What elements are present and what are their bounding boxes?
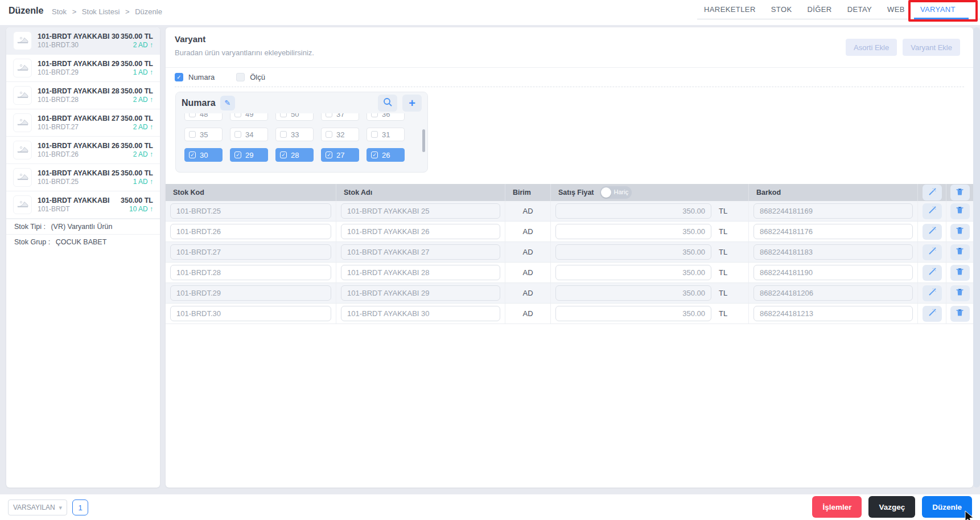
variant-name: 101-BRDT AYAKKABI 26 [38, 141, 121, 150]
delete-row-button[interactable] [950, 244, 970, 260]
size-chip-31[interactable]: 31 [367, 128, 405, 141]
fiyat-input[interactable] [555, 306, 711, 321]
stok-adi-input[interactable] [341, 244, 500, 260]
stok-kod-input[interactable] [170, 244, 331, 260]
olcu-checkbox-option[interactable]: Ölçü [236, 73, 265, 81]
magic-wand-row-button[interactable] [923, 306, 942, 322]
vazgec-button[interactable]: Vazgeç [868, 496, 915, 518]
tab-hareketler[interactable]: HAREKETLER [704, 5, 756, 14]
tab-diger[interactable]: DİĞER [807, 5, 831, 14]
breadcrumb-item-stok[interactable]: Stok [52, 7, 67, 16]
size-chip-26-selected[interactable]: ✓26 [367, 148, 405, 162]
magic-wand-row-button[interactable] [923, 203, 942, 219]
islemler-button[interactable]: İşlemler [812, 496, 862, 518]
col-header-generate [918, 184, 946, 201]
size-chip-34[interactable]: 34 [230, 128, 268, 141]
breadcrumb-item-stok-listesi[interactable]: Stok Listesi [82, 7, 120, 16]
fiyat-input[interactable] [555, 285, 711, 301]
sidebar-variant-row[interactable]: 101-BRDT AYAKKABI 26 101-BRDT.26 350.00 … [6, 137, 160, 164]
sidebar-variant-row[interactable]: 101-BRDT AYAKKABI 29 101-BRDT.29 350.00 … [6, 55, 160, 82]
sidebar-variant-row[interactable]: 101-BRDT AYAKKABI 25 101-BRDT.25 350.00 … [6, 164, 160, 191]
delete-header-button[interactable] [950, 185, 970, 200]
add-size-button[interactable]: + [402, 95, 422, 112]
magic-wand-row-button[interactable] [923, 224, 942, 240]
size-chip-33[interactable]: 33 [275, 128, 314, 141]
magic-wand-icon [928, 226, 937, 237]
up-arrow-icon: ↑ [150, 68, 153, 76]
delete-row-button[interactable] [950, 306, 970, 322]
stok-kod-input[interactable] [170, 224, 331, 239]
size-chip-37[interactable]: 37 [321, 113, 359, 121]
fiyat-input[interactable] [555, 224, 711, 239]
stok-adi-input[interactable] [341, 265, 500, 280]
col-header-delete [946, 184, 973, 201]
size-chip-32[interactable]: 32 [321, 128, 359, 141]
varyant-ekle-button[interactable]: Varyant Ekle [903, 39, 960, 56]
numara-checkbox-option[interactable]: ✓ Numara [175, 73, 215, 81]
size-chip-49[interactable]: 49 [230, 113, 268, 121]
sidebar-variant-row[interactable]: 101-BRDT AYAKKABI 28 101-BRDT.28 350.00 … [6, 82, 160, 109]
barkod-input[interactable] [753, 285, 913, 301]
size-chip-28-selected[interactable]: ✓28 [275, 148, 314, 162]
magic-wand-row-button[interactable] [923, 265, 942, 281]
vertical-scrollbar[interactable] [973, 27, 980, 488]
fiyat-input[interactable] [555, 244, 711, 260]
size-chip-48[interactable]: 48 [184, 113, 223, 121]
magic-wand-row-button[interactable] [923, 244, 942, 260]
tab-detay[interactable]: DETAY [847, 5, 872, 14]
sidebar-variant-row[interactable]: 101-BRDT AYAKKABI 30 101-BRDT.30 350.00 … [6, 27, 160, 55]
size-chip-50[interactable]: 50 [275, 113, 314, 121]
size-chip-30-selected[interactable]: ✓30 [184, 148, 223, 162]
edit-size-group-button[interactable]: ✎ [220, 96, 235, 110]
delete-row-button[interactable] [950, 265, 970, 281]
delete-row-button[interactable] [950, 285, 970, 301]
size-chip-29-selected[interactable]: ✓29 [230, 148, 268, 162]
tab-web[interactable]: WEB [887, 5, 905, 14]
stok-adi-input[interactable] [341, 203, 500, 219]
col-header-stok-kod: Stok Kod [166, 184, 336, 201]
sidebar-variant-row[interactable]: 101-BRDT AYAKKABI 27 101-BRDT.27 350.00 … [6, 109, 160, 137]
magic-wand-header-button[interactable] [923, 185, 942, 200]
tab-stok[interactable]: STOK [771, 5, 792, 14]
variant-panel-header: Varyant Buradan ürün varyantlarını ekley… [166, 27, 973, 68]
delete-row-button[interactable] [950, 224, 970, 240]
breadcrumb-item-duzenle: Düzenle [135, 7, 162, 16]
product-thumbnail [13, 168, 32, 187]
warehouse-select[interactable]: VARSAYILAN ▾ [8, 499, 67, 515]
stok-adi-input[interactable] [341, 285, 500, 301]
stok-kod-input[interactable] [170, 285, 331, 301]
stok-kod-input[interactable] [170, 265, 331, 280]
delete-row-button[interactable] [950, 203, 970, 219]
checkbox-unchecked-icon[interactable] [236, 73, 245, 81]
barkod-input[interactable] [753, 306, 913, 321]
stok-kod-input[interactable] [170, 203, 331, 219]
barkod-input[interactable] [753, 203, 913, 219]
stok-kod-input[interactable] [170, 306, 331, 321]
asorti-ekle-button[interactable]: Asorti Ekle [846, 39, 897, 56]
size-chip-36[interactable]: 36 [367, 113, 405, 121]
search-size-button[interactable] [378, 95, 397, 112]
barkod-input[interactable] [753, 265, 913, 280]
magic-wand-icon [928, 206, 937, 216]
stok-adi-input[interactable] [341, 306, 500, 321]
size-chip-35[interactable]: 35 [184, 128, 223, 141]
size-chip-27-selected[interactable]: ✓27 [321, 148, 359, 162]
size-grid-scrollbar[interactable] [422, 129, 425, 152]
breadcrumb-separator: > [125, 7, 130, 16]
up-arrow-icon: ↑ [150, 205, 153, 213]
checkbox-checked-icon[interactable]: ✓ [175, 73, 183, 81]
stok-adi-input[interactable] [341, 224, 500, 239]
shoe-icon [16, 142, 30, 158]
page-number-button[interactable]: 1 [72, 499, 88, 515]
shoe-icon [16, 88, 30, 104]
haric-toggle[interactable]: Hariç [600, 186, 632, 199]
currency-label: TL [719, 227, 727, 236]
magic-wand-row-button[interactable] [923, 285, 942, 301]
fiyat-input[interactable] [555, 203, 711, 219]
sidebar-parent-product-row[interactable]: 101-BRDT AYAKKABI 101-BRDT 350.00 TL 10 … [6, 191, 160, 219]
variant-qty: 10 AD [129, 205, 148, 213]
barkod-input[interactable] [753, 224, 913, 239]
variant-row: AD TL [166, 263, 973, 283]
barkod-input[interactable] [753, 244, 913, 260]
fiyat-input[interactable] [555, 265, 711, 280]
